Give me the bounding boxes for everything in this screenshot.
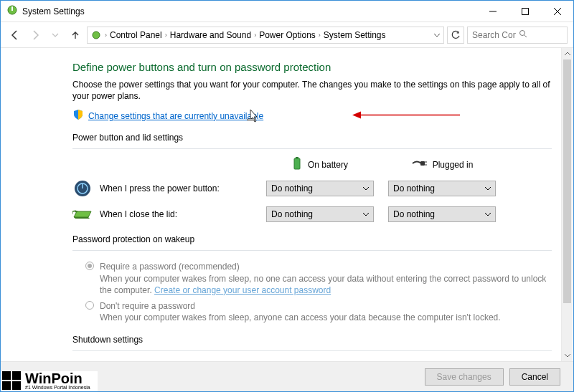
svg-rect-3 [522,8,528,14]
search-icon [519,29,563,40]
watermark-name: WinPoin [25,372,90,385]
titlebar: System Settings [1,1,573,22]
recent-dropdown[interactable] [47,27,64,44]
breadcrumb: › Control Panel › Hardware and Sound › P… [102,29,433,42]
section-password: Password protection on wakeup [72,234,552,244]
section-shutdown: Shutdown settings [72,335,552,351]
minimize-button[interactable] [476,1,509,21]
create-password-link: Create or change your user account passw… [154,285,331,295]
breadcrumb-item[interactable]: Hardware and Sound [169,29,253,42]
row-power-button: When I press the power button: [72,178,252,199]
chevron-right-icon: › [319,32,321,39]
svg-rect-10 [294,158,300,169]
breadcrumb-item[interactable]: Power Options [258,29,317,42]
chevron-right-icon: › [105,32,107,39]
cursor-icon [246,110,259,128]
col-label: Plugged in [433,160,474,170]
toolbar: › Control Panel › Hardware and Sound › P… [1,22,573,48]
close-lid-plugged-select[interactable]: Do nothing [388,206,496,222]
radio-label: Require a password (recommended) [100,261,552,272]
watermark: WinPoin #1 Windows Portal Indonesia [1,371,98,391]
search-input[interactable]: Search Control Pa... [467,27,568,44]
radio-label: Don't require a password [100,300,501,312]
col-label: On battery [308,160,348,170]
maximize-button[interactable] [509,1,541,21]
up-button[interactable] [67,27,84,44]
svg-point-6 [93,32,100,39]
app-icon [6,4,18,18]
row-label-text: When I press the power button: [100,183,220,193]
svg-line-8 [524,35,527,37]
shield-icon [72,109,84,123]
col-on-battery: On battery [266,156,374,173]
row-close-lid: When I close the lid: [72,204,252,224]
annotation-arrow-icon [352,110,460,121]
radio-icon [85,301,94,310]
winpoin-logo-icon [2,371,21,390]
search-placeholder: Search Control Pa... [472,30,516,40]
radio-description: When your computer wakes from sleep, any… [100,312,501,323]
svg-rect-18 [248,119,255,120]
svg-rect-12 [420,161,425,166]
address-dropdown[interactable] [433,29,441,42]
power-button-plugged-select[interactable]: Do nothing [388,181,496,196]
watermark-tagline: #1 Windows Portal Indonesia [25,385,90,390]
plug-icon [411,158,427,171]
location-icon [90,29,102,41]
window-title: System Settings [22,6,85,16]
svg-rect-11 [296,157,298,158]
radio-dont-require-password: Don't require a password When your compu… [72,297,552,325]
section-power-buttons: Power button and lid settings [72,133,552,143]
radio-icon [85,262,94,270]
svg-point-7 [520,31,525,36]
save-button: Save changes [425,368,504,386]
power-button-battery-select[interactable]: Do nothing [266,181,374,196]
window-title-wrap: System Settings [6,4,476,18]
breadcrumb-item[interactable]: System Settings [322,29,387,42]
chevron-right-icon: › [254,32,256,39]
close-button[interactable] [541,1,573,21]
vertical-scrollbar[interactable] [561,48,573,361]
change-settings-link[interactable]: Change settings that are currently unava… [88,111,263,121]
scrollbar-thumb[interactable] [563,59,571,303]
chevron-right-icon: › [165,32,167,39]
divider [72,350,552,351]
cancel-button[interactable]: Cancel [509,368,560,386]
page-heading: Define power buttons and turn on passwor… [72,61,552,73]
close-lid-battery-select[interactable]: Do nothing [266,206,374,222]
radio-require-password: Require a password (recommended) When yo… [72,258,552,297]
svg-rect-1 [11,6,13,11]
row-label-text: When I close the lid: [100,209,177,219]
divider [72,250,552,251]
content-pane: Define power buttons and turn on passwor… [1,48,573,361]
address-bar[interactable]: › Control Panel › Hardware and Sound › P… [87,27,444,44]
forward-button[interactable] [27,27,44,44]
scroll-down-button[interactable] [562,350,573,361]
divider [72,148,552,149]
battery-icon [292,156,302,173]
power-settings-grid: On battery Plugged in When I press the p… [72,156,552,224]
page-description: Choose the power settings that you want … [72,79,552,102]
password-options: Require a password (recommended) When yo… [72,258,552,325]
lid-icon [72,204,93,224]
refresh-button[interactable] [447,27,464,44]
change-settings-row: Change settings that are currently unava… [72,109,552,123]
breadcrumb-item[interactable]: Control Panel [108,29,164,42]
scroll-up-button[interactable] [562,48,573,59]
power-button-icon [72,178,93,199]
radio-description: When your computer wakes from sleep, no … [100,273,552,296]
col-plugged-in: Plugged in [388,158,496,171]
back-button[interactable] [6,27,24,44]
